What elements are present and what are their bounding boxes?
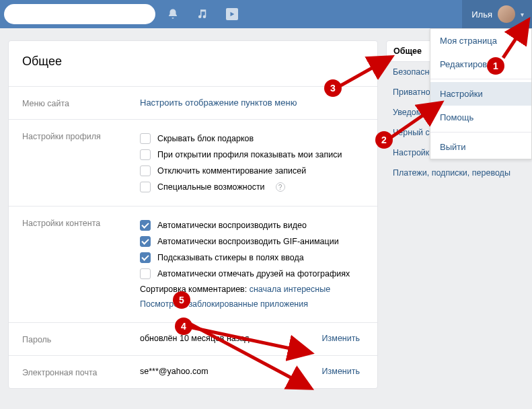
option-label[interactable]: Отключить комментирование записей bbox=[157, 166, 306, 176]
checkbox[interactable] bbox=[140, 182, 151, 192]
checkbox[interactable] bbox=[140, 133, 151, 144]
dropdown-separator bbox=[430, 79, 531, 79]
checkbox[interactable] bbox=[140, 220, 151, 231]
row-label-profile: Настройки профиля bbox=[22, 131, 140, 141]
user-dropdown: Моя страница Редактировать Настройки Пом… bbox=[430, 28, 532, 159]
search-input[interactable] bbox=[4, 4, 155, 24]
annotation-badge-4: 4 bbox=[175, 318, 192, 335]
dropdown-separator bbox=[430, 132, 531, 133]
dropdown-logout[interactable]: Выйти bbox=[430, 135, 531, 159]
avatar bbox=[498, 5, 515, 23]
change-password-link[interactable]: Изменить bbox=[322, 334, 360, 343]
row-label-email: Электронная почта bbox=[22, 367, 140, 377]
annotation-badge-5: 5 bbox=[173, 291, 190, 309]
chevron-down-icon: ▾ bbox=[521, 11, 524, 18]
profile-option: Отключить комментирование записей bbox=[140, 163, 364, 179]
dropdown-my-page[interactable]: Моя страница bbox=[430, 29, 531, 52]
option-label[interactable]: При открытии профиля показывать мои запи… bbox=[157, 150, 342, 159]
row-label-content: Настройки контента bbox=[22, 217, 140, 228]
password-value: обновлён 10 месяцев назад bbox=[140, 334, 322, 343]
content-option: Автоматически воспроизводить GIF-анимаци… bbox=[140, 233, 364, 250]
dropdown-edit[interactable]: Редактировать bbox=[430, 52, 531, 76]
sidebar-item[interactable]: Платежи, подписки, переводы bbox=[386, 163, 521, 183]
content-option: Автоматически отмечать друзей на фотогра… bbox=[140, 266, 364, 282]
user-name: Илья bbox=[471, 9, 492, 20]
profile-option: Специальные возможности? bbox=[140, 179, 364, 195]
profile-option: При открытии профиля показывать мои запи… bbox=[140, 147, 364, 163]
annotation-badge-1: 1 bbox=[487, 57, 504, 75]
help-icon[interactable]: ? bbox=[276, 182, 285, 192]
app-header: Илья ▾ bbox=[0, 0, 532, 28]
annotation-badge-2: 2 bbox=[375, 131, 393, 149]
bell-icon[interactable] bbox=[166, 7, 180, 21]
option-label[interactable]: Скрывать блок подарков bbox=[157, 134, 254, 143]
option-label[interactable]: Автоматически воспроизводить видео bbox=[157, 221, 307, 230]
page-title: Общее bbox=[9, 41, 377, 86]
content-option: Подсказывать стикеры в полях ввода bbox=[140, 250, 364, 266]
option-label[interactable]: Автоматически отмечать друзей на фотогра… bbox=[157, 269, 350, 278]
sort-prefix: Сортировка комментариев: bbox=[140, 285, 250, 294]
checkbox[interactable] bbox=[140, 268, 151, 279]
email-value: se***@yahoo.com bbox=[140, 367, 322, 376]
video-icon[interactable] bbox=[225, 7, 239, 21]
blocked-apps-link[interactable]: Посмотреть заблокированные приложения bbox=[140, 299, 308, 309]
option-label[interactable]: Специальные возможности bbox=[157, 182, 265, 192]
row-label-menu: Меню сайта bbox=[22, 98, 140, 108]
change-email-link[interactable]: Изменить bbox=[322, 367, 360, 376]
profile-option: Скрывать блок подарков bbox=[140, 131, 364, 147]
user-menu-trigger[interactable]: Илья ▾ bbox=[462, 0, 532, 28]
checkbox[interactable] bbox=[140, 252, 151, 263]
settings-card: Общее Меню сайта Настроить отображение п… bbox=[8, 40, 378, 389]
checkbox[interactable] bbox=[140, 165, 151, 176]
row-label-password: Пароль bbox=[22, 334, 140, 344]
annotation-badge-3: 3 bbox=[324, 79, 342, 97]
configure-menu-link[interactable]: Настроить отображение пунктов меню bbox=[140, 98, 297, 108]
music-icon[interactable] bbox=[196, 7, 209, 21]
checkbox[interactable] bbox=[140, 236, 151, 247]
option-label[interactable]: Автоматически воспроизводить GIF-анимаци… bbox=[157, 237, 339, 246]
dropdown-help[interactable]: Помощь bbox=[430, 106, 531, 129]
sort-link[interactable]: сначала интересные bbox=[250, 285, 330, 294]
dropdown-settings[interactable]: Настройки bbox=[430, 82, 531, 106]
checkbox[interactable] bbox=[140, 149, 151, 160]
content-option: Автоматически воспроизводить видео bbox=[140, 217, 364, 233]
option-label[interactable]: Подсказывать стикеры в полях ввода bbox=[157, 253, 304, 262]
